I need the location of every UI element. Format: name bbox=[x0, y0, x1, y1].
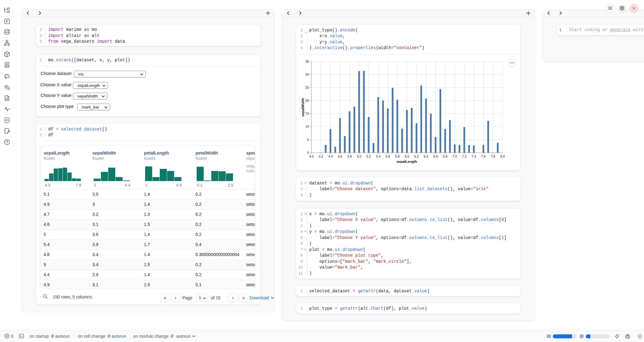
svg-text:5: 5 bbox=[307, 138, 309, 141]
svg-text:7.4: 7.4 bbox=[472, 155, 476, 158]
svg-text:4.0: 4.0 bbox=[309, 155, 314, 158]
svg-text:4.2: 4.2 bbox=[319, 155, 323, 158]
svg-text:6.0: 6.0 bbox=[405, 155, 409, 158]
svg-text:6.4: 6.4 bbox=[424, 155, 428, 158]
svg-text:6.2: 6.2 bbox=[414, 155, 419, 158]
svg-text:5.2: 5.2 bbox=[367, 155, 371, 158]
svg-text:7.6: 7.6 bbox=[481, 155, 486, 158]
svg-text:5.8: 5.8 bbox=[395, 155, 400, 158]
svg-text:30: 30 bbox=[305, 73, 309, 76]
svg-text:4.8: 4.8 bbox=[347, 155, 352, 158]
svg-text:6.8: 6.8 bbox=[443, 155, 448, 158]
svg-text:7.0: 7.0 bbox=[453, 155, 457, 158]
svg-text:6.6: 6.6 bbox=[433, 155, 438, 158]
svg-text:35: 35 bbox=[305, 60, 309, 63]
svg-text:0: 0 bbox=[307, 151, 309, 155]
svg-text:5.4: 5.4 bbox=[376, 155, 381, 158]
svg-text:sepalWidth: sepalWidth bbox=[301, 98, 305, 116]
svg-text:7.2: 7.2 bbox=[462, 155, 467, 158]
svg-text:4.6: 4.6 bbox=[338, 155, 342, 158]
svg-text:15: 15 bbox=[305, 112, 309, 115]
svg-text:20: 20 bbox=[305, 99, 309, 102]
svg-text:10: 10 bbox=[305, 125, 309, 128]
svg-text:sepalLength: sepalLength bbox=[396, 160, 417, 163]
svg-text:5.6: 5.6 bbox=[385, 155, 390, 158]
svg-text:4.4: 4.4 bbox=[328, 155, 333, 158]
svg-text:8.0: 8.0 bbox=[500, 155, 505, 158]
svg-text:25: 25 bbox=[305, 86, 309, 89]
svg-text:7.8: 7.8 bbox=[491, 155, 495, 158]
svg-text:5.0: 5.0 bbox=[357, 155, 361, 158]
